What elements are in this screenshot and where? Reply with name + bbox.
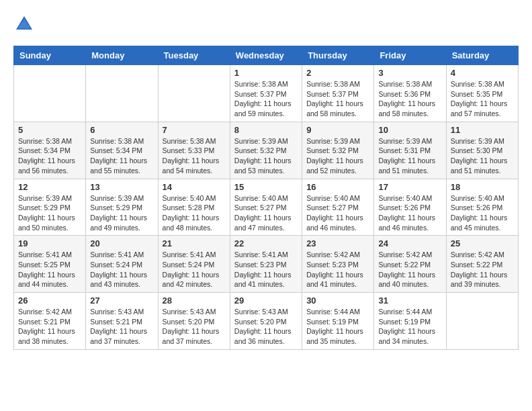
column-header-wednesday: Wednesday bbox=[230, 46, 302, 65]
day-number: 21 bbox=[163, 238, 226, 248]
calendar-week-row: 1Sunrise: 5:38 AM Sunset: 5:37 PM Daylig… bbox=[14, 65, 519, 122]
calendar-table: SundayMondayTuesdayWednesdayThursdayFrid… bbox=[13, 46, 519, 350]
calendar-cell: 27Sunrise: 5:43 AM Sunset: 5:21 PM Dayli… bbox=[86, 293, 158, 350]
calendar-header-row: SundayMondayTuesdayWednesdayThursdayFrid… bbox=[14, 46, 519, 65]
day-number: 13 bbox=[90, 182, 153, 192]
calendar-cell: 29Sunrise: 5:43 AM Sunset: 5:20 PM Dayli… bbox=[230, 293, 302, 350]
day-number: 14 bbox=[163, 182, 226, 192]
day-info: Sunrise: 5:41 AM Sunset: 5:24 PM Dayligh… bbox=[163, 250, 226, 289]
day-info: Sunrise: 5:39 AM Sunset: 5:29 PM Dayligh… bbox=[90, 193, 153, 233]
day-info: Sunrise: 5:44 AM Sunset: 5:19 PM Dayligh… bbox=[306, 307, 369, 347]
day-number: 20 bbox=[90, 238, 153, 248]
day-info: Sunrise: 5:42 AM Sunset: 5:22 PM Dayligh… bbox=[378, 250, 441, 289]
calendar-cell bbox=[446, 293, 518, 350]
column-header-tuesday: Tuesday bbox=[158, 46, 230, 65]
calendar-cell: 17Sunrise: 5:40 AM Sunset: 5:26 PM Dayli… bbox=[374, 179, 446, 236]
day-info: Sunrise: 5:39 AM Sunset: 5:29 PM Dayligh… bbox=[18, 193, 81, 233]
calendar-cell: 28Sunrise: 5:43 AM Sunset: 5:20 PM Dayli… bbox=[158, 293, 230, 350]
calendar-cell bbox=[158, 65, 230, 122]
day-number: 31 bbox=[378, 295, 441, 306]
day-number: 2 bbox=[306, 68, 369, 78]
day-number: 28 bbox=[163, 295, 226, 306]
day-info: Sunrise: 5:40 AM Sunset: 5:26 PM Dayligh… bbox=[451, 193, 514, 233]
calendar-week-row: 5Sunrise: 5:38 AM Sunset: 5:34 PM Daylig… bbox=[14, 122, 519, 179]
calendar-cell: 24Sunrise: 5:42 AM Sunset: 5:22 PM Dayli… bbox=[374, 236, 446, 293]
logo-icon bbox=[13, 13, 35, 35]
calendar-cell: 3Sunrise: 5:38 AM Sunset: 5:36 PM Daylig… bbox=[374, 65, 446, 122]
column-header-sunday: Sunday bbox=[14, 46, 86, 65]
calendar-week-row: 26Sunrise: 5:42 AM Sunset: 5:21 PM Dayli… bbox=[14, 293, 519, 350]
day-info: Sunrise: 5:38 AM Sunset: 5:34 PM Dayligh… bbox=[90, 136, 153, 176]
day-number: 25 bbox=[451, 238, 514, 248]
calendar-cell: 31Sunrise: 5:44 AM Sunset: 5:19 PM Dayli… bbox=[374, 293, 446, 350]
day-number: 16 bbox=[306, 182, 369, 192]
calendar-cell: 5Sunrise: 5:38 AM Sunset: 5:34 PM Daylig… bbox=[14, 122, 86, 179]
day-info: Sunrise: 5:38 AM Sunset: 5:37 PM Dayligh… bbox=[306, 79, 369, 119]
day-info: Sunrise: 5:38 AM Sunset: 5:33 PM Dayligh… bbox=[163, 136, 226, 176]
column-header-monday: Monday bbox=[86, 46, 158, 65]
calendar-cell bbox=[14, 65, 86, 122]
calendar-cell: 13Sunrise: 5:39 AM Sunset: 5:29 PM Dayli… bbox=[86, 179, 158, 236]
day-number: 23 bbox=[306, 238, 369, 248]
day-number: 7 bbox=[163, 125, 226, 135]
day-number: 18 bbox=[451, 182, 514, 192]
day-info: Sunrise: 5:40 AM Sunset: 5:26 PM Dayligh… bbox=[378, 193, 441, 233]
calendar-cell: 25Sunrise: 5:42 AM Sunset: 5:22 PM Dayli… bbox=[446, 236, 518, 293]
day-number: 15 bbox=[234, 182, 298, 192]
calendar-cell bbox=[86, 65, 158, 122]
day-number: 3 bbox=[378, 68, 441, 78]
calendar-cell: 15Sunrise: 5:40 AM Sunset: 5:27 PM Dayli… bbox=[230, 179, 302, 236]
calendar-cell: 30Sunrise: 5:44 AM Sunset: 5:19 PM Dayli… bbox=[302, 293, 374, 350]
calendar-cell: 22Sunrise: 5:41 AM Sunset: 5:23 PM Dayli… bbox=[230, 236, 302, 293]
day-info: Sunrise: 5:43 AM Sunset: 5:21 PM Dayligh… bbox=[90, 307, 153, 347]
day-info: Sunrise: 5:38 AM Sunset: 5:36 PM Dayligh… bbox=[378, 79, 441, 119]
day-info: Sunrise: 5:39 AM Sunset: 5:31 PM Dayligh… bbox=[378, 136, 441, 176]
day-number: 1 bbox=[234, 68, 298, 78]
calendar-cell: 14Sunrise: 5:40 AM Sunset: 5:28 PM Dayli… bbox=[158, 179, 230, 236]
day-info: Sunrise: 5:38 AM Sunset: 5:34 PM Dayligh… bbox=[18, 136, 81, 176]
day-info: Sunrise: 5:40 AM Sunset: 5:27 PM Dayligh… bbox=[306, 193, 369, 233]
day-number: 22 bbox=[234, 238, 298, 248]
day-number: 27 bbox=[90, 295, 153, 306]
calendar-cell: 4Sunrise: 5:38 AM Sunset: 5:35 PM Daylig… bbox=[446, 65, 518, 122]
calendar-cell: 16Sunrise: 5:40 AM Sunset: 5:27 PM Dayli… bbox=[302, 179, 374, 236]
calendar-cell: 2Sunrise: 5:38 AM Sunset: 5:37 PM Daylig… bbox=[302, 65, 374, 122]
day-info: Sunrise: 5:44 AM Sunset: 5:19 PM Dayligh… bbox=[378, 307, 441, 347]
logo bbox=[13, 13, 38, 35]
day-number: 8 bbox=[234, 125, 298, 135]
day-number: 29 bbox=[234, 295, 298, 306]
calendar-cell: 26Sunrise: 5:42 AM Sunset: 5:21 PM Dayli… bbox=[14, 293, 86, 350]
day-number: 11 bbox=[451, 125, 514, 135]
day-number: 4 bbox=[451, 68, 514, 78]
day-info: Sunrise: 5:41 AM Sunset: 5:23 PM Dayligh… bbox=[234, 250, 298, 289]
calendar-cell: 23Sunrise: 5:42 AM Sunset: 5:23 PM Dayli… bbox=[302, 236, 374, 293]
column-header-thursday: Thursday bbox=[302, 46, 374, 65]
calendar-cell: 6Sunrise: 5:38 AM Sunset: 5:34 PM Daylig… bbox=[86, 122, 158, 179]
day-info: Sunrise: 5:38 AM Sunset: 5:35 PM Dayligh… bbox=[451, 79, 514, 119]
day-number: 5 bbox=[18, 125, 81, 135]
day-info: Sunrise: 5:39 AM Sunset: 5:30 PM Dayligh… bbox=[451, 136, 514, 176]
day-info: Sunrise: 5:43 AM Sunset: 5:20 PM Dayligh… bbox=[234, 307, 298, 347]
day-number: 19 bbox=[18, 238, 81, 248]
day-info: Sunrise: 5:40 AM Sunset: 5:28 PM Dayligh… bbox=[163, 193, 226, 233]
page-header bbox=[13, 13, 519, 35]
column-header-friday: Friday bbox=[374, 46, 446, 65]
day-number: 24 bbox=[378, 238, 441, 248]
day-info: Sunrise: 5:42 AM Sunset: 5:23 PM Dayligh… bbox=[306, 250, 369, 289]
calendar-cell: 20Sunrise: 5:41 AM Sunset: 5:24 PM Dayli… bbox=[86, 236, 158, 293]
day-info: Sunrise: 5:41 AM Sunset: 5:25 PM Dayligh… bbox=[18, 250, 81, 289]
day-number: 6 bbox=[90, 125, 153, 135]
day-number: 10 bbox=[378, 125, 441, 135]
day-number: 26 bbox=[18, 295, 81, 306]
calendar-cell: 11Sunrise: 5:39 AM Sunset: 5:30 PM Dayli… bbox=[446, 122, 518, 179]
calendar-cell: 18Sunrise: 5:40 AM Sunset: 5:26 PM Dayli… bbox=[446, 179, 518, 236]
day-info: Sunrise: 5:38 AM Sunset: 5:37 PM Dayligh… bbox=[234, 79, 298, 119]
calendar-cell: 19Sunrise: 5:41 AM Sunset: 5:25 PM Dayli… bbox=[14, 236, 86, 293]
day-number: 17 bbox=[378, 182, 441, 192]
day-number: 30 bbox=[306, 295, 369, 306]
day-number: 9 bbox=[306, 125, 369, 135]
calendar-cell: 8Sunrise: 5:39 AM Sunset: 5:32 PM Daylig… bbox=[230, 122, 302, 179]
calendar-week-row: 19Sunrise: 5:41 AM Sunset: 5:25 PM Dayli… bbox=[14, 236, 519, 293]
calendar-cell: 21Sunrise: 5:41 AM Sunset: 5:24 PM Dayli… bbox=[158, 236, 230, 293]
day-info: Sunrise: 5:42 AM Sunset: 5:22 PM Dayligh… bbox=[451, 250, 514, 289]
